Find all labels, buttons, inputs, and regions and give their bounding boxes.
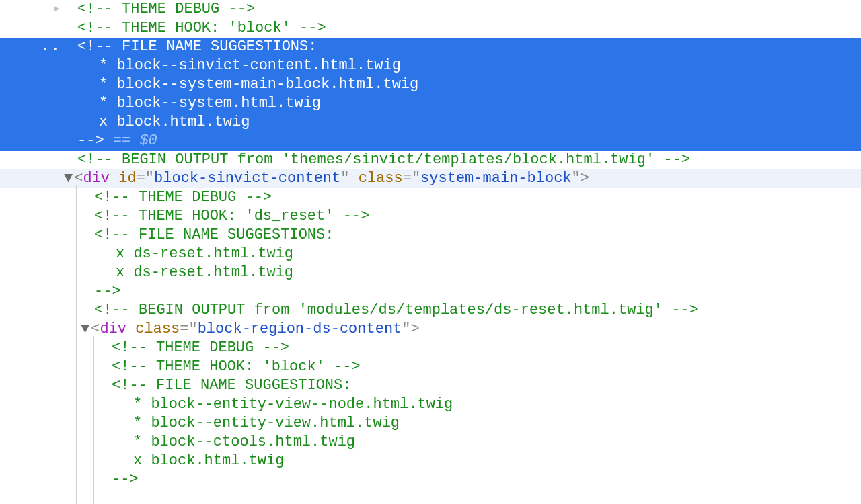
html-comment: * block--system.html.twig bbox=[99, 95, 321, 112]
code-line[interactable]: ▸<!-- THEME DEBUG --> bbox=[0, 0, 861, 19]
html-comment: <!-- THEME DEBUG --> bbox=[112, 339, 289, 356]
html-comment: * block--system-main-block.html.twig bbox=[99, 76, 418, 93]
attr-name: id bbox=[118, 170, 136, 187]
code-line[interactable]: <!-- FILE NAME SUGGESTIONS: bbox=[0, 226, 861, 245]
line-content: * block--entity-view--node.html.twig bbox=[133, 395, 453, 414]
indent-guide bbox=[93, 336, 94, 504]
line-content: --> == $0 bbox=[77, 132, 157, 151]
line-content: ▼<div id="block-sinvict-content" class="… bbox=[64, 169, 589, 188]
line-content: * block--entity-view.html.twig bbox=[133, 414, 400, 433]
attr-value: system-main-block bbox=[420, 170, 571, 187]
code-line[interactable]: <!-- BEGIN OUTPUT from 'themes/sinvict/t… bbox=[0, 151, 861, 169]
angle-close: > bbox=[581, 170, 589, 187]
html-comment: x ds-reset.html.twig bbox=[116, 264, 293, 281]
line-content: x block.html.twig bbox=[133, 452, 284, 470]
html-comment-end: --> bbox=[77, 132, 104, 149]
line-content: x ds-reset.html.twig bbox=[116, 263, 293, 282]
line-content: <!-- FILE NAME SUGGESTIONS: bbox=[112, 376, 351, 395]
html-comment: * block--entity-view--node.html.twig bbox=[133, 396, 453, 413]
html-comment: <!-- THEME HOOK: 'ds_reset' --> bbox=[94, 208, 369, 224]
code-line[interactable]: <!-- THEME HOOK: 'block' --> bbox=[0, 19, 861, 38]
line-content: <!-- THEME HOOK: 'ds_reset' --> bbox=[94, 207, 369, 226]
dollar-zero: $0 bbox=[139, 132, 157, 149]
html-comment: <!-- FILE NAME SUGGESTIONS: bbox=[112, 377, 351, 394]
html-comment: * block--ctools.html.twig bbox=[133, 433, 355, 450]
attr-name: class bbox=[359, 170, 403, 187]
code-line[interactable]: <!-- THEME HOOK: 'block' --> bbox=[0, 358, 861, 376]
code-line[interactable]: --> bbox=[0, 282, 861, 301]
code-line[interactable]: <!-- BEGIN OUTPUT from 'modules/ds/templ… bbox=[0, 301, 861, 320]
line-content: <!-- THEME DEBUG --> bbox=[112, 339, 289, 358]
code-line[interactable]: x ds-reset.html.twig bbox=[0, 245, 861, 263]
angle-open: < bbox=[74, 170, 83, 187]
code-line[interactable]: * block--ctools.html.twig bbox=[0, 433, 861, 452]
attr-name: class bbox=[135, 321, 180, 337]
line-content: x block.html.twig bbox=[99, 113, 250, 132]
line-content: * block--system.html.twig bbox=[99, 94, 321, 113]
line-content: <!-- FILE NAME SUGGESTIONS: bbox=[77, 38, 317, 56]
code-line[interactable]: --> bbox=[0, 470, 861, 489]
code-line[interactable]: ..<!-- FILE NAME SUGGESTIONS: bbox=[0, 38, 861, 56]
code-line[interactable]: --> == $0 bbox=[0, 132, 861, 151]
html-comment: --> bbox=[112, 471, 139, 488]
html-comment: <!-- THEME HOOK: 'block' --> bbox=[77, 19, 326, 36]
html-comment: x block.html.twig bbox=[99, 114, 250, 130]
code-line[interactable]: * block--entity-view--node.html.twig bbox=[0, 395, 861, 414]
code-line[interactable]: x block.html.twig bbox=[0, 113, 861, 132]
code-line[interactable]: ▼<div class="block-region-ds-content"> bbox=[0, 320, 861, 339]
html-comment: <!-- THEME DEBUG --> bbox=[77, 1, 255, 17]
line-content: <!-- FILE NAME SUGGESTIONS: bbox=[94, 226, 334, 245]
line-content: * block--sinvict-content.html.twig bbox=[99, 56, 401, 75]
html-comment: <!-- BEGIN OUTPUT from 'modules/ds/templ… bbox=[94, 302, 698, 319]
angle-open: < bbox=[91, 321, 100, 337]
tag-name: div bbox=[83, 170, 110, 187]
code-line[interactable]: <!-- THEME DEBUG --> bbox=[0, 188, 861, 207]
line-content: <!-- THEME DEBUG --> bbox=[77, 0, 255, 19]
html-comment: <!-- THEME DEBUG --> bbox=[94, 189, 272, 206]
code-line[interactable]: * block--sinvict-content.html.twig bbox=[0, 56, 861, 75]
angle-close: > bbox=[411, 321, 420, 337]
html-comment: <!-- FILE NAME SUGGESTIONS: bbox=[77, 38, 317, 55]
line-content: <!-- THEME HOOK: 'block' --> bbox=[77, 19, 326, 38]
expand-triangle-icon[interactable]: ▼ bbox=[81, 321, 89, 337]
gutter: .. bbox=[0, 38, 64, 56]
html-comment: --> bbox=[94, 283, 121, 300]
code-line[interactable]: <!-- THEME HOOK: 'ds_reset' --> bbox=[0, 207, 861, 226]
html-comment: x ds-reset.html.twig bbox=[116, 245, 293, 262]
attr-value: block-region-ds-content bbox=[198, 321, 402, 337]
line-content: ▼<div class="block-region-ds-content"> bbox=[81, 320, 420, 339]
html-comment: * block--sinvict-content.html.twig bbox=[99, 57, 401, 74]
line-content: --> bbox=[94, 282, 121, 301]
line-content: x ds-reset.html.twig bbox=[116, 245, 293, 263]
line-content: <!-- BEGIN OUTPUT from 'modules/ds/templ… bbox=[94, 301, 698, 320]
code-line[interactable]: <!-- THEME DEBUG --> bbox=[0, 339, 861, 358]
code-line[interactable]: <!-- FILE NAME SUGGESTIONS: bbox=[0, 376, 861, 395]
line-content: --> bbox=[112, 470, 139, 489]
indent-guide bbox=[76, 185, 77, 504]
gutter: ▸ bbox=[0, 0, 64, 19]
code-line[interactable]: * block--system.html.twig bbox=[0, 94, 861, 113]
line-content: * block--ctools.html.twig bbox=[133, 433, 355, 452]
html-comment: * block--entity-view.html.twig bbox=[133, 415, 400, 431]
tag-name: div bbox=[100, 321, 126, 337]
attr-value: block-sinvict-content bbox=[154, 170, 340, 187]
code-line[interactable]: x block.html.twig bbox=[0, 452, 861, 470]
code-line[interactable]: x ds-reset.html.twig bbox=[0, 263, 861, 282]
code-line[interactable]: * block--entity-view.html.twig bbox=[0, 414, 861, 433]
html-comment: x block.html.twig bbox=[133, 452, 284, 469]
html-comment: <!-- THEME HOOK: 'block' --> bbox=[112, 358, 361, 375]
line-content: * block--system-main-block.html.twig bbox=[99, 75, 418, 94]
line-content: <!-- THEME HOOK: 'block' --> bbox=[112, 358, 361, 376]
equals-marker: == bbox=[104, 132, 140, 149]
html-comment: <!-- BEGIN OUTPUT from 'themes/sinvict/t… bbox=[77, 151, 690, 168]
dom-inspector-panel[interactable]: ▸<!-- THEME DEBUG --><!-- THEME HOOK: 'b… bbox=[0, 0, 861, 489]
line-content: <!-- THEME DEBUG --> bbox=[94, 188, 272, 207]
expand-triangle-icon[interactable]: ▼ bbox=[64, 170, 73, 187]
code-line[interactable]: ▼<div id="block-sinvict-content" class="… bbox=[0, 169, 861, 188]
code-line[interactable]: * block--system-main-block.html.twig bbox=[0, 75, 861, 94]
line-content: <!-- BEGIN OUTPUT from 'themes/sinvict/t… bbox=[77, 151, 690, 169]
html-comment: <!-- FILE NAME SUGGESTIONS: bbox=[94, 226, 334, 243]
